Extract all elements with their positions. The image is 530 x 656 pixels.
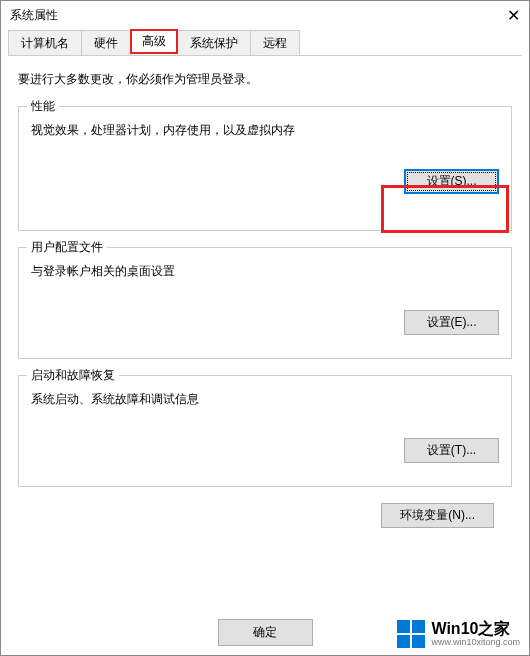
tab-hardware[interactable]: 硬件 <box>81 30 131 55</box>
window-title: 系统属性 <box>10 7 58 24</box>
env-row: 环境变量(N)... <box>18 503 512 528</box>
performance-settings-button[interactable]: 设置(S)... <box>404 169 499 194</box>
watermark-main: Win10之家 <box>431 620 520 638</box>
startup-group: 启动和故障恢复 系统启动、系统故障和调试信息 设置(T)... <box>18 375 512 487</box>
tab-system-protection[interactable]: 系统保护 <box>177 30 251 55</box>
performance-group: 性能 视觉效果，处理器计划，内存使用，以及虚拟内存 设置(S)... <box>18 106 512 231</box>
user-profile-settings-button[interactable]: 设置(E)... <box>404 310 499 335</box>
tab-advanced[interactable]: 高级 <box>130 29 178 54</box>
env-variables-button[interactable]: 环境变量(N)... <box>381 503 494 528</box>
tab-content: 要进行大多数更改，你必须作为管理员登录。 性能 视觉效果，处理器计划，内存使用，… <box>0 56 530 543</box>
tab-computer-name[interactable]: 计算机名 <box>8 30 82 55</box>
tab-strip: 计算机名 硬件 高级 系统保护 远程 <box>8 30 522 56</box>
startup-settings-button[interactable]: 设置(T)... <box>404 438 499 463</box>
watermark-sub: www.win10xitong.com <box>431 638 520 648</box>
title-bar: 系统属性 ✕ <box>0 0 530 30</box>
watermark: Win10之家 www.win10xitong.com <box>397 620 520 648</box>
performance-legend: 性能 <box>27 98 59 115</box>
admin-instruction: 要进行大多数更改，你必须作为管理员登录。 <box>18 71 512 88</box>
user-profile-desc: 与登录帐户相关的桌面设置 <box>31 263 499 280</box>
user-profile-group: 用户配置文件 与登录帐户相关的桌面设置 设置(E)... <box>18 247 512 359</box>
close-icon[interactable]: ✕ <box>507 6 520 25</box>
user-profile-legend: 用户配置文件 <box>27 239 107 256</box>
windows-logo-icon <box>397 620 425 648</box>
startup-desc: 系统启动、系统故障和调试信息 <box>31 391 499 408</box>
performance-desc: 视觉效果，处理器计划，内存使用，以及虚拟内存 <box>31 122 499 139</box>
tab-remote[interactable]: 远程 <box>250 30 300 55</box>
watermark-text: Win10之家 www.win10xitong.com <box>431 620 520 647</box>
startup-legend: 启动和故障恢复 <box>27 367 119 384</box>
ok-button[interactable]: 确定 <box>218 619 313 646</box>
